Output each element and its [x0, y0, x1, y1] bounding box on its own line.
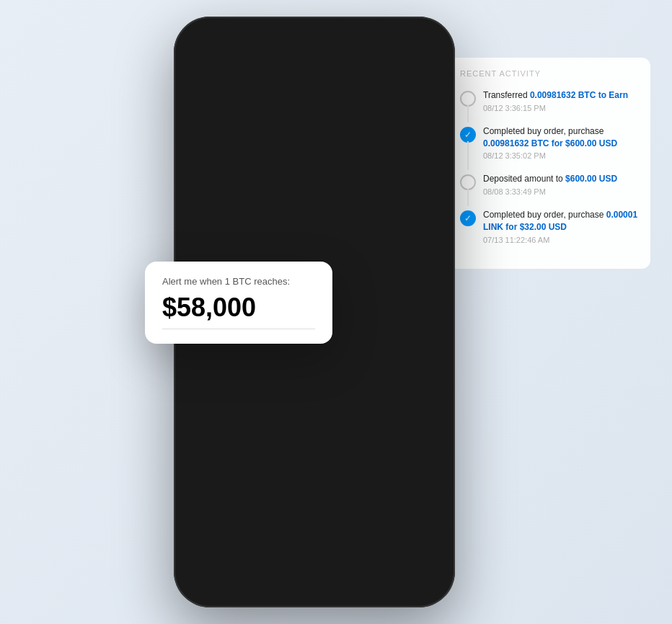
earn-nav-label: Earn — [306, 571, 322, 580]
activity-panel: RECENT ACTIVITY Transferred 0.00981632 B… — [448, 58, 650, 269]
activity-dot-pending-2 — [460, 174, 476, 190]
nav-item-portfolio[interactable]: Portfolio — [400, 549, 440, 580]
nav-item-market[interactable]: Market — [242, 549, 281, 580]
activity-text-1: Transferred 0.00981632 BTC to Earn 08/12… — [483, 89, 639, 112]
total-value: $14,190.85 — [200, 140, 315, 166]
activity-item-2: ✓ Completed buy order, purchase 0.009816… — [460, 125, 639, 161]
activity-item-4: ✓ Completed buy order, purchase 0.00001 … — [460, 209, 639, 244]
svg-rect-10 — [316, 551, 320, 556]
activity-title-1: Transferred 0.00981632 BTC to Earn — [483, 89, 639, 102]
phone-container: 9:41 ▐▐▐ WiFi 🔋 — [174, 17, 455, 607]
page-title: Portfolio — [200, 99, 429, 123]
activity-dot-completed: ✓ — [460, 127, 476, 143]
chart-label-1: $14,200 — [417, 190, 443, 197]
total-value-row: $14,190.85 USD — [200, 140, 429, 166]
chart-labels: $14,200 $14,100 $14,000 $13,900 $13,800 — [417, 188, 443, 303]
chart-label-2: $14,100 — [417, 215, 443, 223]
home-nav-icon — [201, 549, 217, 569]
layout-icon — [382, 68, 394, 80]
trading-balances-currency: USD — [276, 370, 293, 378]
activity-time-1: 08/12 3:36:15 PM — [483, 104, 639, 112]
chart-label-4: $13,900 — [417, 268, 443, 276]
home-nav-label: Home — [198, 571, 219, 580]
trading-balances-title: Trading balances — [200, 345, 429, 360]
nav-item-home[interactable]: Home — [189, 549, 229, 580]
activity-text-4: Completed buy order, purchase 0.00001 LI… — [483, 209, 639, 244]
time-filter-1y[interactable]: 1Y — [395, 312, 419, 329]
market-nav-label: Market — [249, 571, 274, 580]
svg-rect-9 — [309, 551, 313, 556]
svg-rect-0 — [383, 69, 387, 73]
activity-title-3: Deposited amount to $600.00 USD — [483, 173, 639, 185]
activity-item-3: Deposited amount to $600.00 USD 08/08 3:… — [460, 173, 639, 196]
activity-time-3: 08/08 3:33:49 PM — [483, 187, 639, 196]
portfolio-nav-icon — [412, 549, 428, 569]
portfolio-nav-label: Portfolio — [404, 571, 436, 580]
nav-item-card[interactable]: Card — [348, 549, 387, 580]
activity-time-4: 07/13 11:22:46 AM — [483, 236, 639, 244]
status-time: 9:41 — [200, 38, 221, 50]
svg-rect-15 — [363, 558, 367, 559]
card-nav-icon — [359, 549, 375, 569]
trading-balances-value: $9,315.70 — [200, 362, 270, 380]
activity-dot-pending — [460, 91, 476, 107]
chart-label-3: $14,000 — [417, 242, 443, 250]
activity-dot-completed-2: ✓ — [460, 210, 476, 226]
svg-point-4 — [417, 70, 422, 74]
svg-rect-1 — [389, 69, 393, 73]
trading-balances-section: Trading balances $9,315.70 USD — [200, 345, 429, 396]
activity-time-2: 08/12 3:35:02 PM — [483, 151, 639, 160]
svg-rect-12 — [316, 558, 320, 563]
home-bar — [278, 590, 350, 593]
header-icons — [376, 62, 432, 86]
activity-title-4: Completed buy order, purchase 0.00001 LI… — [483, 209, 639, 233]
activity-header: RECENT ACTIVITY — [460, 69, 639, 78]
activity-title-2: Completed buy order, purchase 0.00981632… — [483, 125, 639, 150]
earn-nav-icon — [306, 549, 322, 569]
layout-icon-button[interactable] — [376, 62, 400, 86]
notch — [271, 25, 358, 45]
profile-icon-button[interactable] — [407, 62, 432, 86]
total-label: Total account value — [200, 126, 429, 137]
app-header — [182, 57, 446, 92]
alert-card-label: Alert me when 1 BTC reaches: — [162, 276, 315, 287]
wifi-icon: WiFi — [397, 39, 415, 49]
activity-item-1: Transferred 0.00981632 BTC to Earn 08/12… — [460, 89, 639, 112]
activity-text-3: Deposited amount to $600.00 USD 08/08 3:… — [483, 173, 639, 196]
nav-item-earn[interactable]: Earn — [294, 549, 334, 580]
trading-balances-value-row: $9,315.70 USD — [200, 362, 429, 381]
signal-icon: ▐▐▐ — [375, 39, 394, 49]
status-icons: ▐▐▐ WiFi 🔋 — [375, 39, 429, 49]
svg-rect-2 — [383, 75, 387, 79]
market-nav-icon — [254, 549, 270, 569]
app-logo — [303, 63, 326, 86]
svg-rect-13 — [361, 553, 373, 561]
svg-rect-3 — [389, 75, 393, 79]
alert-card[interactable]: Alert me when 1 BTC reaches: $58,000 — [145, 262, 332, 344]
svg-rect-11 — [309, 558, 313, 563]
alert-card-value: $58,000 — [162, 293, 315, 329]
card-nav-label: Card — [358, 571, 376, 580]
total-currency: USD — [319, 151, 341, 163]
svg-point-17 — [417, 555, 422, 559]
activity-text-2: Completed buy order, purchase 0.00981632… — [483, 125, 639, 161]
time-filter-3m[interactable]: 3M — [348, 312, 373, 329]
chart-label-5: $13,800 — [417, 294, 443, 302]
profile-icon — [414, 68, 425, 80]
total-change: + $513.71 (3.62%) — [200, 169, 429, 181]
battery-icon: 🔋 — [418, 39, 429, 49]
